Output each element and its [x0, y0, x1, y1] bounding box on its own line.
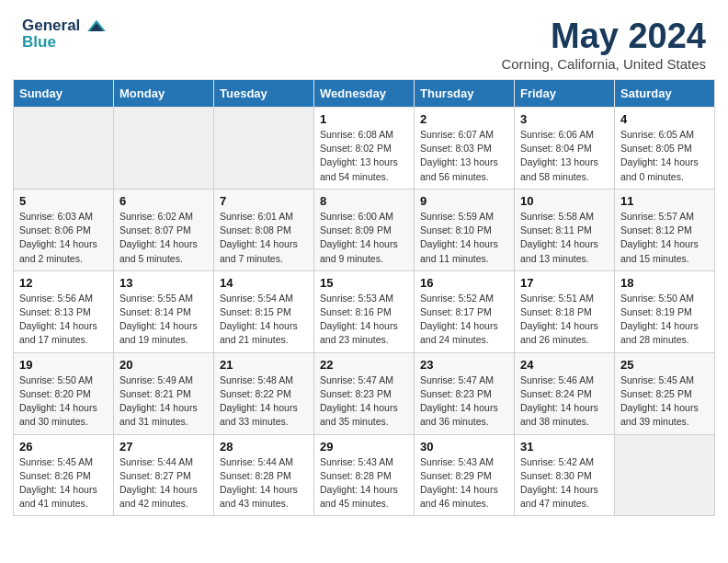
calendar-cell: 24Sunrise: 5:46 AM Sunset: 8:24 PM Dayli…	[515, 352, 615, 434]
calendar-wrapper: SundayMondayTuesdayWednesdayThursdayFrid…	[0, 79, 728, 529]
calendar-cell: 9Sunrise: 5:59 AM Sunset: 8:10 PM Daylig…	[415, 189, 515, 270]
calendar-cell: 22Sunrise: 5:47 AM Sunset: 8:23 PM Dayli…	[314, 352, 415, 434]
calendar-cell: 13Sunrise: 5:55 AM Sunset: 8:14 PM Dayli…	[114, 270, 214, 352]
calendar-cell: 17Sunrise: 5:51 AM Sunset: 8:18 PM Dayli…	[515, 270, 615, 352]
calendar-cell: 11Sunrise: 5:57 AM Sunset: 8:12 PM Dayli…	[615, 189, 715, 270]
calendar-cell: 5Sunrise: 6:03 AM Sunset: 8:06 PM Daylig…	[14, 189, 114, 270]
calendar-cell: 21Sunrise: 5:48 AM Sunset: 8:22 PM Dayli…	[214, 352, 314, 434]
day-detail: Sunrise: 6:07 AM Sunset: 8:03 PM Dayligh…	[420, 128, 508, 184]
day-number: 31	[520, 440, 609, 454]
day-header-friday: Friday	[515, 80, 615, 108]
calendar-cell: 26Sunrise: 5:45 AM Sunset: 8:26 PM Dayli…	[14, 434, 114, 516]
day-number: 2	[420, 112, 508, 126]
day-detail: Sunrise: 5:46 AM Sunset: 8:24 PM Dayligh…	[520, 373, 609, 430]
day-detail: Sunrise: 5:47 AM Sunset: 8:23 PM Dayligh…	[420, 373, 508, 430]
day-detail: Sunrise: 6:05 AM Sunset: 8:05 PM Dayligh…	[620, 128, 709, 184]
day-number: 16	[420, 276, 508, 290]
day-number: 5	[19, 194, 108, 208]
day-detail: Sunrise: 5:58 AM Sunset: 8:11 PM Dayligh…	[520, 210, 609, 266]
calendar-cell: 7Sunrise: 6:01 AM Sunset: 8:08 PM Daylig…	[214, 189, 314, 270]
day-header-wednesday: Wednesday	[314, 80, 415, 108]
day-number: 18	[620, 276, 709, 290]
calendar-week-1: 1Sunrise: 6:08 AM Sunset: 8:02 PM Daylig…	[14, 108, 715, 190]
calendar-cell	[114, 108, 214, 190]
calendar-cell: 23Sunrise: 5:47 AM Sunset: 8:23 PM Dayli…	[415, 352, 515, 434]
calendar-cell	[214, 108, 314, 190]
day-detail: Sunrise: 5:45 AM Sunset: 8:26 PM Dayligh…	[19, 455, 108, 511]
day-detail: Sunrise: 5:52 AM Sunset: 8:17 PM Dayligh…	[420, 292, 508, 348]
day-header-sunday: Sunday	[14, 80, 114, 108]
calendar-cell: 3Sunrise: 6:06 AM Sunset: 8:04 PM Daylig…	[515, 108, 615, 190]
day-number: 22	[320, 358, 408, 372]
calendar-cell: 16Sunrise: 5:52 AM Sunset: 8:17 PM Dayli…	[415, 270, 515, 352]
day-detail: Sunrise: 5:59 AM Sunset: 8:10 PM Dayligh…	[420, 210, 508, 266]
day-number: 28	[220, 440, 308, 454]
day-detail: Sunrise: 5:43 AM Sunset: 8:29 PM Dayligh…	[420, 455, 508, 511]
day-detail: Sunrise: 5:57 AM Sunset: 8:12 PM Dayligh…	[620, 210, 709, 266]
day-number: 23	[420, 358, 508, 372]
day-detail: Sunrise: 5:47 AM Sunset: 8:23 PM Dayligh…	[320, 373, 408, 430]
day-detail: Sunrise: 5:44 AM Sunset: 8:28 PM Dayligh…	[220, 455, 308, 511]
calendar-cell: 4Sunrise: 6:05 AM Sunset: 8:05 PM Daylig…	[615, 108, 715, 190]
day-number: 11	[620, 194, 709, 208]
title-block: May 2024 Corning, California, United Sta…	[501, 17, 706, 72]
logo-text: General	[22, 17, 107, 35]
calendar-cell: 6Sunrise: 6:02 AM Sunset: 8:07 PM Daylig…	[114, 189, 214, 270]
day-header-saturday: Saturday	[615, 80, 715, 108]
day-detail: Sunrise: 6:06 AM Sunset: 8:04 PM Dayligh…	[520, 128, 609, 184]
calendar-week-2: 5Sunrise: 6:03 AM Sunset: 8:06 PM Daylig…	[14, 189, 715, 270]
day-detail: Sunrise: 5:42 AM Sunset: 8:30 PM Dayligh…	[520, 455, 609, 511]
day-header-tuesday: Tuesday	[214, 80, 314, 108]
day-detail: Sunrise: 5:54 AM Sunset: 8:15 PM Dayligh…	[220, 292, 308, 348]
day-number: 19	[19, 358, 108, 372]
day-number: 3	[520, 112, 609, 126]
day-number: 20	[119, 358, 208, 372]
calendar-cell: 2Sunrise: 6:07 AM Sunset: 8:03 PM Daylig…	[415, 108, 515, 190]
day-number: 26	[19, 440, 108, 454]
calendar-cell: 8Sunrise: 6:00 AM Sunset: 8:09 PM Daylig…	[314, 189, 415, 270]
calendar-body: 1Sunrise: 6:08 AM Sunset: 8:02 PM Daylig…	[14, 108, 715, 516]
calendar-week-4: 19Sunrise: 5:50 AM Sunset: 8:20 PM Dayli…	[14, 352, 715, 434]
day-number: 15	[320, 276, 408, 290]
day-header-thursday: Thursday	[415, 80, 515, 108]
calendar-cell: 20Sunrise: 5:49 AM Sunset: 8:21 PM Dayli…	[114, 352, 214, 434]
day-detail: Sunrise: 6:01 AM Sunset: 8:08 PM Dayligh…	[220, 210, 308, 266]
day-detail: Sunrise: 5:45 AM Sunset: 8:25 PM Dayligh…	[620, 373, 709, 430]
calendar-week-5: 26Sunrise: 5:45 AM Sunset: 8:26 PM Dayli…	[14, 434, 715, 516]
day-detail: Sunrise: 6:00 AM Sunset: 8:09 PM Dayligh…	[320, 210, 408, 266]
day-detail: Sunrise: 6:02 AM Sunset: 8:07 PM Dayligh…	[119, 210, 208, 266]
day-detail: Sunrise: 5:56 AM Sunset: 8:13 PM Dayligh…	[19, 292, 108, 348]
logo-subtext: Blue	[22, 33, 107, 52]
day-detail: Sunrise: 5:49 AM Sunset: 8:21 PM Dayligh…	[119, 373, 208, 430]
calendar-cell: 14Sunrise: 5:54 AM Sunset: 8:15 PM Dayli…	[214, 270, 314, 352]
day-number: 6	[119, 194, 208, 208]
calendar-cell	[615, 434, 715, 516]
day-number: 30	[420, 440, 508, 454]
day-number: 17	[520, 276, 609, 290]
location: Corning, California, United States	[501, 56, 706, 72]
day-number: 4	[620, 112, 709, 126]
day-number: 9	[420, 194, 508, 208]
day-detail: Sunrise: 5:53 AM Sunset: 8:16 PM Dayligh…	[320, 292, 408, 348]
month-title: May 2024	[501, 17, 706, 56]
calendar-cell: 1Sunrise: 6:08 AM Sunset: 8:02 PM Daylig…	[314, 108, 415, 190]
day-number: 24	[520, 358, 609, 372]
day-header-monday: Monday	[114, 80, 214, 108]
day-number: 29	[320, 440, 408, 454]
calendar-cell: 29Sunrise: 5:43 AM Sunset: 8:28 PM Dayli…	[314, 434, 415, 516]
day-detail: Sunrise: 5:51 AM Sunset: 8:18 PM Dayligh…	[520, 292, 609, 348]
calendar-cell: 10Sunrise: 5:58 AM Sunset: 8:11 PM Dayli…	[515, 189, 615, 270]
day-number: 7	[220, 194, 308, 208]
day-detail: Sunrise: 6:08 AM Sunset: 8:02 PM Dayligh…	[320, 128, 408, 184]
day-detail: Sunrise: 5:50 AM Sunset: 8:19 PM Dayligh…	[620, 292, 709, 348]
day-detail: Sunrise: 5:44 AM Sunset: 8:27 PM Dayligh…	[119, 455, 208, 511]
day-number: 21	[220, 358, 308, 372]
calendar-cell: 31Sunrise: 5:42 AM Sunset: 8:30 PM Dayli…	[515, 434, 615, 516]
day-number: 1	[320, 112, 408, 126]
calendar-table: SundayMondayTuesdayWednesdayThursdayFrid…	[13, 79, 715, 516]
calendar-cell	[14, 108, 114, 190]
day-number: 27	[119, 440, 208, 454]
calendar-cell: 18Sunrise: 5:50 AM Sunset: 8:19 PM Dayli…	[615, 270, 715, 352]
calendar-cell: 27Sunrise: 5:44 AM Sunset: 8:27 PM Dayli…	[114, 434, 214, 516]
day-number: 8	[320, 194, 408, 208]
